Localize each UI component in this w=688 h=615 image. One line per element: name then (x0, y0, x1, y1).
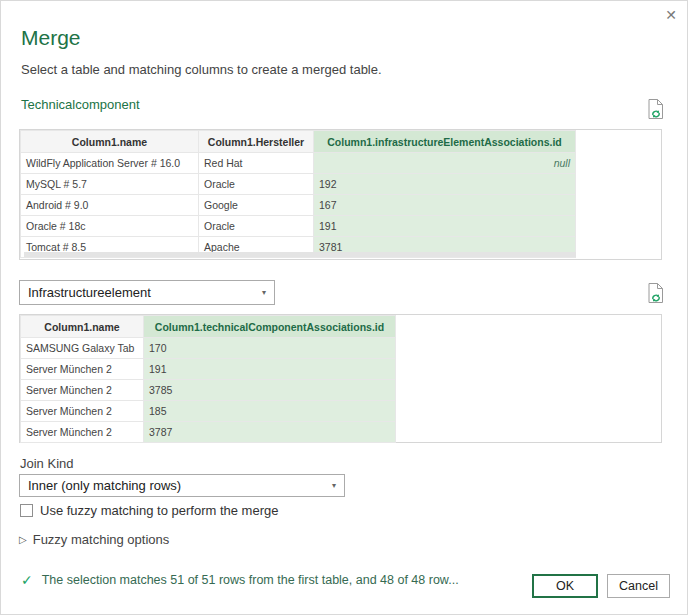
table-row: WildFly Application Server # 16.0 Red Ha… (21, 153, 576, 174)
table-cell-null[interactable]: null (314, 153, 576, 174)
table-cell[interactable]: Oracle (199, 174, 314, 195)
table-cell[interactable]: Server München 2 (21, 359, 144, 380)
table2: Column1.name Column1.technicalComponentA… (20, 315, 396, 443)
table-cell[interactable]: Server München 2 (21, 422, 144, 443)
refresh-preview-icon[interactable] (647, 98, 665, 120)
table1-header-hersteller[interactable]: Column1.Hersteller (199, 131, 314, 153)
table-cell[interactable]: Oracle # 18c (21, 216, 199, 237)
close-icon[interactable]: ✕ (660, 4, 682, 26)
table-cell[interactable]: 192 (314, 174, 576, 195)
table-row: Android # 9.0 Google 167 (21, 195, 576, 216)
table-cell[interactable]: MySQL # 5.7 (21, 174, 199, 195)
table-cell[interactable]: 191 (314, 216, 576, 237)
merge-dialog: { "window": { "close_icon": "✕" }, "head… (0, 0, 688, 615)
table2-header-row: Column1.name Column1.technicalComponentA… (21, 316, 396, 338)
table-row: SAMSUNG Galaxy Tab 170 (21, 338, 396, 359)
ok-button[interactable]: OK (532, 574, 598, 598)
fuzzy-matching-checkbox[interactable] (20, 504, 33, 517)
fuzzy-matching-checkbox-label[interactable]: Use fuzzy matching to perform the merge (40, 503, 278, 518)
join-kind-value: Inner (only matching rows) (28, 478, 181, 493)
table-cell[interactable]: 191 (144, 359, 396, 380)
chevron-down-icon: ▾ (262, 289, 266, 297)
table-cell[interactable]: WildFly Application Server # 16.0 (21, 153, 199, 174)
table2-header-name[interactable]: Column1.name (21, 316, 144, 338)
table1-container: Column1.name Column1.Hersteller Column1.… (19, 129, 662, 260)
table1: Column1.name Column1.Hersteller Column1.… (20, 130, 576, 258)
chevron-down-icon: ▾ (332, 482, 336, 490)
horizontal-scrollbar[interactable] (24, 252, 576, 257)
table2-selector-dropdown[interactable]: Infrastructureelement ▾ (19, 280, 275, 305)
status-row: ✓ The selection matches 51 of 51 rows fr… (21, 572, 459, 589)
table-row: Server München 2 3785 (21, 380, 396, 401)
table-cell[interactable]: Oracle (199, 216, 314, 237)
dialog-title: Merge (21, 26, 81, 50)
table-cell[interactable]: Red Hat (199, 153, 314, 174)
table-cell[interactable]: 3785 (144, 380, 396, 401)
table2-selector-value: Infrastructureelement (28, 285, 151, 300)
table-row: Server München 2 191 (21, 359, 396, 380)
table-cell[interactable]: Server München 2 (21, 380, 144, 401)
table2-header-technical-assoc-id[interactable]: Column1.technicalComponentAssociations.i… (144, 316, 396, 338)
table1-label: Technicalcomponent (21, 97, 140, 112)
dialog-subtitle: Select a table and matching columns to c… (21, 62, 382, 77)
table-cell[interactable]: Android # 9.0 (21, 195, 199, 216)
table1-header-infrastructure-assoc-id[interactable]: Column1.infrastructureElementAssociation… (314, 131, 576, 153)
table-cell[interactable]: Server München 2 (21, 401, 144, 422)
table-row: MySQL # 5.7 Oracle 192 (21, 174, 576, 195)
join-kind-label: Join Kind (20, 456, 73, 471)
join-kind-dropdown[interactable]: Inner (only matching rows) ▾ (19, 474, 345, 497)
fuzzy-options-label: Fuzzy matching options (33, 532, 170, 547)
checkmark-icon: ✓ (21, 572, 33, 589)
cancel-button[interactable]: Cancel (607, 574, 670, 598)
refresh-preview-icon[interactable] (647, 282, 665, 304)
fuzzy-matching-checkbox-row[interactable]: Use fuzzy matching to perform the merge (20, 503, 278, 518)
table-row: Oracle # 18c Oracle 191 (21, 216, 576, 237)
table-cell[interactable]: 3787 (144, 422, 396, 443)
table-row: Server München 2 185 (21, 401, 396, 422)
table-cell[interactable]: 167 (314, 195, 576, 216)
table-cell[interactable]: 185 (144, 401, 396, 422)
table1-header-name[interactable]: Column1.name (21, 131, 199, 153)
table1-header-row: Column1.name Column1.Hersteller Column1.… (21, 131, 576, 153)
table2-container: Column1.name Column1.technicalComponentA… (19, 314, 662, 443)
table-cell[interactable]: SAMSUNG Galaxy Tab (21, 338, 144, 359)
fuzzy-options-expander[interactable]: ▷ Fuzzy matching options (19, 532, 169, 547)
table-row: Server München 2 3787 (21, 422, 396, 443)
status-message: The selection matches 51 of 51 rows from… (42, 572, 459, 589)
expander-collapsed-icon: ▷ (19, 534, 27, 545)
table-cell[interactable]: 170 (144, 338, 396, 359)
table-cell[interactable]: Google (199, 195, 314, 216)
